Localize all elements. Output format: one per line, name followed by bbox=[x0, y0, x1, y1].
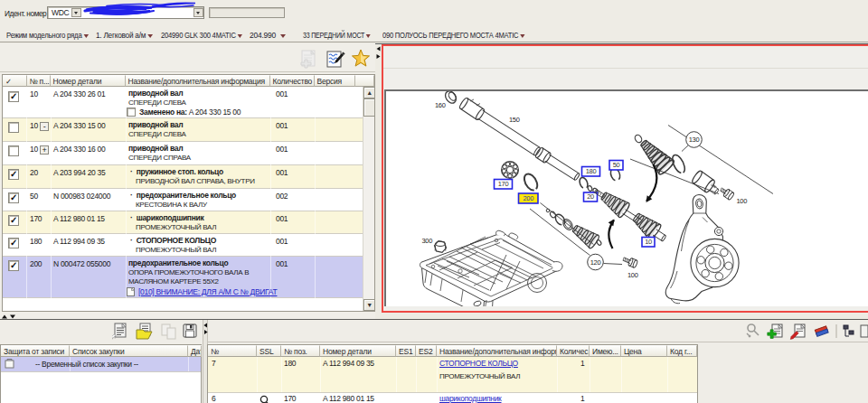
svg-text:200: 200 bbox=[523, 194, 533, 202]
svg-text:50: 50 bbox=[613, 161, 620, 169]
svg-text:120: 120 bbox=[590, 258, 601, 267]
svg-text:130: 130 bbox=[689, 136, 700, 144]
svg-text:100: 100 bbox=[737, 197, 748, 205]
svg-text:100: 100 bbox=[627, 271, 638, 279]
svg-text:300: 300 bbox=[422, 237, 433, 245]
svg-text:10: 10 bbox=[645, 238, 652, 246]
svg-text:160: 160 bbox=[435, 101, 446, 109]
svg-text:170: 170 bbox=[498, 180, 509, 188]
svg-text:150: 150 bbox=[509, 116, 520, 124]
svg-text:180: 180 bbox=[586, 167, 597, 175]
svg-text:20: 20 bbox=[587, 192, 594, 201]
